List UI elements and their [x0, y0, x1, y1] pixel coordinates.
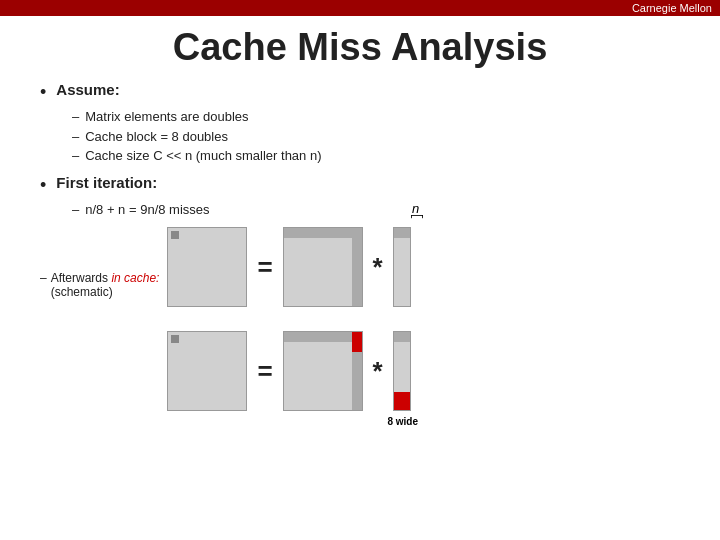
bullet-dot-1: •: [40, 82, 46, 103]
diagram-row-2: = * 8 wide: [167, 331, 410, 411]
first-iter-section: • First iteration: – n/8 + n = 9n/8 miss…: [40, 174, 680, 220]
diagram-row-1: n ⎴ = *: [167, 227, 410, 307]
right-tall-matrix-2: [393, 331, 411, 411]
right-bar: [352, 228, 362, 306]
top-strip-2: [394, 332, 410, 342]
bottom-red-bar: [394, 392, 410, 410]
middle-matrix-2: [283, 331, 363, 411]
page-title: Cache Miss Analysis: [40, 26, 680, 69]
diagrams-wrapper: – Afterwards in cache:(schematic) n ⎴: [40, 227, 680, 411]
corner-mark: [171, 231, 179, 239]
first-iter-label: First iteration:: [56, 174, 157, 191]
right-bar-highlight: [352, 332, 362, 352]
top-strip: [394, 228, 410, 238]
eight-wide-container: 8 wide: [385, 411, 421, 429]
header-bar: Carnegie Mellon: [0, 0, 720, 16]
operator-times-2: *: [373, 356, 383, 387]
top-bar: [284, 228, 362, 238]
right-tall-matrix-1: [393, 227, 411, 307]
first-iter-sub-list: – n/8 + n = 9n/8 misses: [72, 200, 680, 220]
operator-equals-2: =: [257, 356, 272, 387]
diagram-labels: – Afterwards in cache:(schematic): [40, 227, 159, 411]
sub-item-1: – Cache block = 8 doubles: [72, 127, 680, 147]
eight-wide-label: 8 wide: [387, 416, 418, 427]
operator-equals-1: =: [257, 252, 272, 283]
main-content: Cache Miss Analysis • Assume: – Matrix e…: [0, 16, 720, 421]
n-annotation: n ⎴: [411, 201, 421, 232]
top-bar-2: [284, 332, 362, 342]
brand-label: Carnegie Mellon: [632, 2, 712, 14]
sub-item-0: – Matrix elements are doubles: [72, 107, 680, 127]
corner-mark-2: [171, 335, 179, 343]
sub-item-2: – Cache size C << n (much smaller than n…: [72, 146, 680, 166]
result-matrix-1: [167, 227, 247, 307]
operator-times-1: *: [373, 252, 383, 283]
bullet-dot-2: •: [40, 175, 46, 196]
label-afterwards: – Afterwards in cache:(schematic): [40, 271, 159, 299]
result-matrix-2: [167, 331, 247, 411]
assume-sub-list: – Matrix elements are doubles – Cache bl…: [72, 107, 680, 166]
diagrams-visuals: n ⎴ = *: [167, 227, 410, 411]
brace-icon: ⎴: [411, 216, 421, 232]
sub-item-misses: – n/8 + n = 9n/8 misses: [72, 200, 680, 220]
assume-label: Assume:: [56, 81, 119, 98]
assume-section: • Assume: – Matrix elements are doubles …: [40, 81, 680, 166]
middle-matrix-1: [283, 227, 363, 307]
